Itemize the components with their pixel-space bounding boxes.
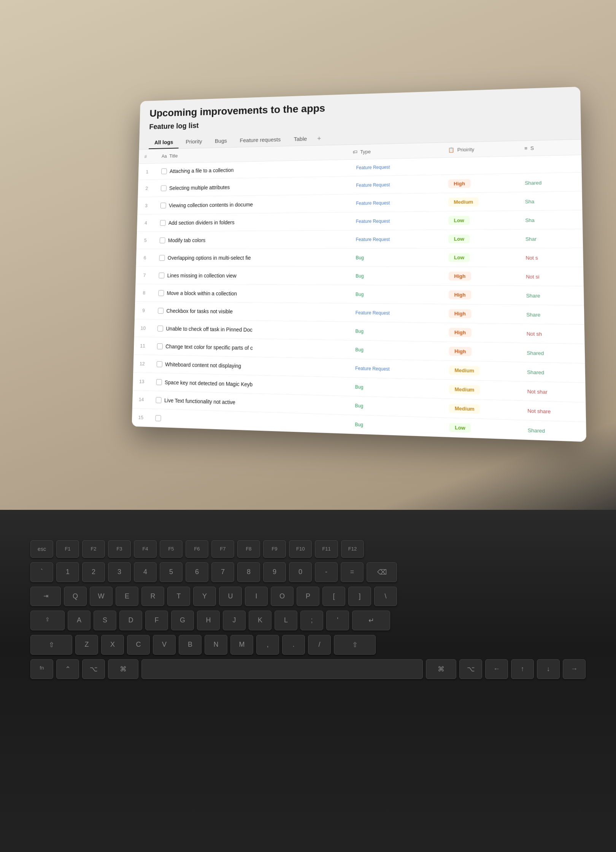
key-l[interactable]: L bbox=[275, 611, 297, 630]
row-checkbox[interactable] bbox=[159, 255, 165, 260]
key-v[interactable]: V bbox=[153, 635, 176, 655]
row-checkbox[interactable] bbox=[160, 203, 166, 208]
row-checkbox[interactable] bbox=[157, 343, 163, 349]
key-2[interactable]: 2 bbox=[82, 562, 105, 582]
key-m[interactable]: M bbox=[230, 635, 253, 655]
key-f10[interactable]: F10 bbox=[289, 540, 312, 558]
row-checkbox[interactable] bbox=[157, 325, 163, 332]
key-f2[interactable]: F2 bbox=[82, 540, 105, 558]
key-equals[interactable]: = bbox=[341, 562, 364, 582]
key-z[interactable]: Z bbox=[75, 635, 98, 655]
key-r[interactable]: R bbox=[141, 587, 164, 606]
row-checkbox[interactable] bbox=[156, 379, 162, 385]
key-backslash[interactable]: \ bbox=[374, 587, 397, 606]
key-backspace[interactable]: ⌫ bbox=[367, 562, 397, 582]
key-semicolon[interactable]: ; bbox=[300, 611, 323, 630]
key-3[interactable]: 3 bbox=[108, 562, 131, 582]
key-down[interactable]: ↓ bbox=[537, 659, 560, 679]
tab-priority[interactable]: Priority bbox=[180, 135, 208, 148]
tab-add-button[interactable]: + bbox=[314, 133, 324, 144]
key-5[interactable]: 5 bbox=[160, 562, 183, 582]
key-up[interactable]: ↑ bbox=[511, 659, 534, 679]
key-f7[interactable]: F7 bbox=[211, 540, 234, 558]
key-g[interactable]: G bbox=[171, 611, 194, 630]
row-checkbox[interactable] bbox=[159, 272, 164, 278]
cell-type: Bug bbox=[345, 340, 443, 361]
key-a[interactable]: A bbox=[68, 611, 90, 630]
key-y[interactable]: Y bbox=[193, 587, 216, 606]
key-f11[interactable]: F11 bbox=[315, 540, 338, 558]
tab-feature-requests[interactable]: Feature requests bbox=[234, 133, 286, 147]
row-checkbox[interactable] bbox=[160, 220, 166, 225]
key-f[interactable]: F bbox=[145, 611, 168, 630]
key-lcmd[interactable]: ⌘ bbox=[108, 659, 138, 679]
key-slash[interactable]: / bbox=[308, 635, 331, 655]
row-checkbox[interactable] bbox=[160, 237, 165, 243]
key-i[interactable]: I bbox=[245, 587, 268, 606]
key-f8[interactable]: F8 bbox=[237, 540, 260, 558]
row-checkbox[interactable] bbox=[161, 185, 167, 191]
key-right[interactable]: → bbox=[563, 659, 586, 679]
key-f12[interactable]: F12 bbox=[341, 540, 364, 558]
key-lshift[interactable]: ⇧ bbox=[30, 635, 72, 655]
key-u[interactable]: U bbox=[219, 587, 242, 606]
row-checkbox[interactable] bbox=[156, 397, 161, 403]
key-t[interactable]: T bbox=[167, 587, 190, 606]
row-checkbox[interactable] bbox=[158, 290, 164, 296]
key-9[interactable]: 9 bbox=[263, 562, 286, 582]
tab-bugs[interactable]: Bugs bbox=[209, 135, 233, 148]
key-backtick[interactable]: ` bbox=[30, 562, 53, 582]
key-ropt[interactable]: ⌥ bbox=[459, 659, 482, 679]
key-comma[interactable]: , bbox=[256, 635, 279, 655]
key-j[interactable]: J bbox=[223, 611, 246, 630]
row-checkbox[interactable] bbox=[161, 168, 167, 174]
key-lbracket[interactable]: [ bbox=[322, 587, 345, 606]
key-tab[interactable]: ⇥ bbox=[30, 587, 61, 606]
key-p[interactable]: P bbox=[297, 587, 319, 606]
key-x[interactable]: X bbox=[101, 635, 124, 655]
row-checkbox[interactable] bbox=[157, 361, 162, 367]
row-title-text: Viewing collection contents in docume bbox=[169, 201, 253, 208]
key-e[interactable]: E bbox=[116, 587, 138, 606]
key-f9[interactable]: F9 bbox=[263, 540, 286, 558]
row-checkbox[interactable] bbox=[155, 415, 161, 421]
tab-all-logs[interactable]: All logs bbox=[149, 136, 179, 149]
key-period[interactable]: . bbox=[282, 635, 305, 655]
key-o[interactable]: O bbox=[271, 587, 294, 606]
key-quote[interactable]: ' bbox=[326, 611, 349, 630]
key-esc[interactable]: esc bbox=[30, 540, 53, 558]
tab-table[interactable]: Table bbox=[288, 132, 313, 146]
key-ctrl[interactable]: ⌃ bbox=[56, 659, 79, 679]
key-fn[interactable]: fn bbox=[30, 659, 53, 679]
key-k[interactable]: K bbox=[249, 611, 271, 630]
key-8[interactable]: 8 bbox=[237, 562, 260, 582]
key-rcmd[interactable]: ⌘ bbox=[426, 659, 456, 679]
key-7[interactable]: 7 bbox=[211, 562, 234, 582]
key-s[interactable]: S bbox=[94, 611, 116, 630]
key-6[interactable]: 6 bbox=[186, 562, 208, 582]
key-4[interactable]: 4 bbox=[134, 562, 157, 582]
key-f1[interactable]: F1 bbox=[56, 540, 79, 558]
key-f5[interactable]: F5 bbox=[160, 540, 183, 558]
key-1[interactable]: 1 bbox=[56, 562, 79, 582]
key-rbracket[interactable]: ] bbox=[348, 587, 371, 606]
key-w[interactable]: W bbox=[90, 587, 113, 606]
key-0[interactable]: 0 bbox=[289, 562, 312, 582]
key-c[interactable]: C bbox=[127, 635, 150, 655]
key-f4[interactable]: F4 bbox=[134, 540, 157, 558]
key-b[interactable]: B bbox=[179, 635, 202, 655]
row-checkbox[interactable] bbox=[158, 308, 164, 314]
key-f3[interactable]: F3 bbox=[108, 540, 131, 558]
key-d[interactable]: D bbox=[119, 611, 142, 630]
key-h[interactable]: H bbox=[197, 611, 220, 630]
key-f6[interactable]: F6 bbox=[186, 540, 208, 558]
key-rshift[interactable]: ⇧ bbox=[334, 635, 376, 655]
key-space[interactable] bbox=[141, 659, 423, 679]
key-enter[interactable]: ↵ bbox=[352, 611, 390, 630]
key-capslock[interactable]: ⇪ bbox=[30, 611, 65, 630]
key-q[interactable]: Q bbox=[64, 587, 87, 606]
key-minus[interactable]: - bbox=[315, 562, 338, 582]
key-lopt[interactable]: ⌥ bbox=[82, 659, 105, 679]
key-left[interactable]: ← bbox=[485, 659, 508, 679]
key-n[interactable]: N bbox=[205, 635, 227, 655]
